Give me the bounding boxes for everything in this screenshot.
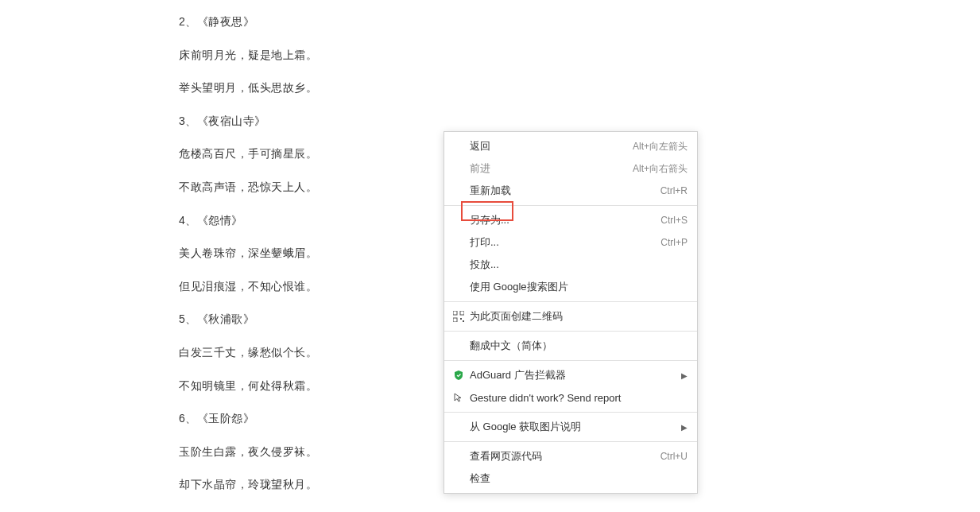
- menu-print[interactable]: 打印... Ctrl+P: [444, 231, 697, 254]
- qrcode-icon: [451, 308, 467, 324]
- menu-label: 翻成中文（简体）: [470, 339, 688, 353]
- menu-translate[interactable]: 翻成中文（简体）: [444, 335, 697, 357]
- menu-back[interactable]: 返回 Alt+向左箭头: [444, 135, 697, 157]
- menu-label: 从 Google 获取图片说明: [470, 420, 672, 434]
- menu-save-as[interactable]: 另存为... Ctrl+S: [444, 209, 697, 231]
- menu-label: 另存为...: [470, 213, 651, 227]
- blank-icon: [451, 257, 467, 273]
- blank-icon: [451, 471, 467, 487]
- menu-shortcut: Ctrl+S: [660, 215, 688, 226]
- menu-separator: [444, 441, 697, 442]
- menu-label: 为此页面创建二维码: [470, 309, 688, 324]
- blank-icon: [451, 338, 467, 354]
- menu-image-desc[interactable]: 从 Google 获取图片说明 ▶: [444, 416, 697, 438]
- text-line: 6、《玉阶怨》: [179, 411, 317, 427]
- menu-separator: [444, 412, 697, 413]
- shield-icon: [451, 367, 467, 383]
- text-line: 但见泪痕湿，不知心恨谁。: [179, 279, 317, 295]
- text-line: 不知明镜里，何处得秋霜。: [179, 378, 317, 394]
- menu-shortcut: Alt+向左箭头: [633, 140, 688, 153]
- text-line: 床前明月光，疑是地上霜。: [179, 48, 317, 64]
- chevron-right-icon: ▶: [681, 423, 688, 432]
- text-line: 美人卷珠帘，深坐颦蛾眉。: [179, 246, 317, 262]
- menu-shortcut: Ctrl+U: [660, 451, 688, 462]
- menu-label: 使用 Google搜索图片: [470, 280, 688, 294]
- chevron-right-icon: ▶: [681, 371, 688, 380]
- svg-rect-1: [460, 311, 464, 315]
- text-line: 不敢高声语，恐惊天上人。: [179, 180, 317, 196]
- text-line: 危楼高百尺，手可摘星辰。: [179, 146, 317, 162]
- menu-shortcut: Alt+向右箭头: [633, 162, 688, 176]
- menu-label: AdGuard 广告拦截器: [470, 368, 672, 382]
- cursor-icon: [451, 390, 467, 405]
- svg-rect-0: [453, 311, 457, 315]
- text-line: 5、《秋浦歌》: [179, 312, 317, 328]
- menu-label: 打印...: [470, 235, 651, 250]
- menu-label: 前进: [470, 161, 623, 176]
- text-line: 白发三千丈，缘愁似个长。: [179, 345, 317, 361]
- menu-qrcode[interactable]: 为此页面创建二维码: [444, 305, 697, 328]
- menu-reload[interactable]: 重新加载 Ctrl+R: [444, 180, 697, 202]
- svg-rect-2: [453, 318, 457, 322]
- menu-search-image[interactable]: 使用 Google搜索图片: [444, 276, 697, 298]
- blank-icon: [451, 183, 467, 199]
- menu-separator: [444, 360, 697, 361]
- menu-inspect[interactable]: 检查: [444, 467, 697, 490]
- svg-rect-3: [460, 318, 462, 320]
- context-menu: 返回 Alt+向左箭头 前进 Alt+向右箭头 重新加载 Ctrl+R 另存为.…: [444, 131, 698, 494]
- blank-icon: [451, 279, 467, 295]
- text-line: 举头望明月，低头思故乡。: [179, 80, 317, 96]
- menu-adguard[interactable]: AdGuard 广告拦截器 ▶: [444, 364, 697, 386]
- menu-label: 查看网页源代码: [470, 449, 651, 464]
- text-line: 却下水晶帘，玲珑望秋月。: [179, 477, 317, 493]
- text-line: 3、《夜宿山寺》: [179, 114, 317, 130]
- text-line: 玉阶生白露，夜久侵罗袜。: [179, 444, 317, 460]
- article-content: 2、《静夜思》 床前明月光，疑是地上霜。 举头望明月，低头思故乡。 3、《夜宿山…: [179, 14, 317, 510]
- menu-label: 检查: [470, 471, 688, 486]
- blank-icon: [451, 212, 467, 228]
- text-line: 2、《静夜思》: [179, 14, 317, 30]
- menu-separator: [444, 331, 697, 332]
- menu-separator: [444, 205, 697, 206]
- blank-icon: [451, 235, 467, 250]
- menu-shortcut: Ctrl+P: [660, 237, 688, 248]
- menu-shortcut: Ctrl+R: [660, 185, 688, 196]
- menu-separator: [444, 301, 697, 302]
- blank-icon: [451, 138, 467, 154]
- blank-icon: [451, 448, 467, 464]
- menu-label: 返回: [470, 139, 623, 153]
- menu-forward[interactable]: 前进 Alt+向右箭头: [444, 157, 697, 180]
- menu-cast[interactable]: 投放...: [444, 254, 697, 276]
- menu-gesture[interactable]: Gesture didn't work? Send report: [444, 386, 697, 409]
- menu-label: Gesture didn't work? Send report: [470, 392, 688, 404]
- menu-label: 投放...: [470, 258, 688, 272]
- blank-icon: [451, 161, 467, 176]
- menu-label: 重新加载: [470, 184, 651, 198]
- menu-view-source[interactable]: 查看网页源代码 Ctrl+U: [444, 445, 697, 467]
- text-line: 4、《怨情》: [179, 213, 317, 229]
- blank-icon: [451, 419, 467, 435]
- svg-rect-4: [463, 320, 464, 322]
